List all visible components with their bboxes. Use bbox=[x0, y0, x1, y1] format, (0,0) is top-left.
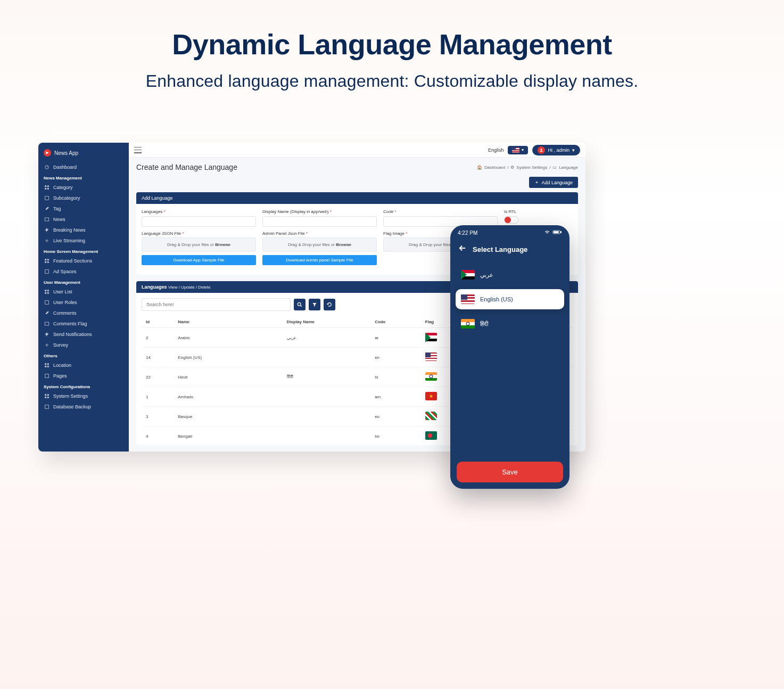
sidebar-section-label: News Management bbox=[38, 173, 129, 182]
sidebar-icon bbox=[44, 227, 50, 233]
refresh-button[interactable] bbox=[324, 299, 335, 310]
admin-json-dropzone[interactable]: Drag & Drop your files or Browse bbox=[262, 237, 377, 252]
home-icon: 🏠 bbox=[477, 165, 482, 170]
sidebar-item-send-notifications[interactable]: Send Notifications bbox=[38, 329, 129, 340]
column-header[interactable]: Name bbox=[174, 316, 282, 328]
language-option[interactable]: English (US) bbox=[456, 289, 564, 309]
us-flag-icon bbox=[512, 147, 519, 153]
mobile-header-title: Select Language bbox=[473, 245, 527, 253]
search-button[interactable] bbox=[294, 299, 306, 310]
sidebar-item-category[interactable]: Category bbox=[38, 182, 129, 193]
user-avatar-icon bbox=[538, 146, 545, 154]
svg-rect-34 bbox=[554, 232, 558, 233]
svg-rect-29 bbox=[45, 405, 49, 409]
status-time: 4:22 PM bbox=[458, 230, 477, 236]
column-header[interactable]: Display Name bbox=[283, 316, 371, 328]
svg-rect-28 bbox=[47, 397, 49, 398]
sidebar-item-subcategory[interactable]: Subcategory bbox=[38, 193, 129, 203]
flag-icon bbox=[461, 294, 475, 304]
svg-rect-9 bbox=[47, 259, 49, 260]
language-switcher[interactable]: ▾ bbox=[508, 146, 528, 154]
sidebar-item-pages[interactable]: Pages bbox=[38, 371, 129, 381]
mobile-save-button[interactable]: Save bbox=[457, 462, 563, 482]
svg-rect-1 bbox=[45, 185, 46, 187]
sidebar-item-breaking-news[interactable]: Breaking News bbox=[38, 225, 129, 235]
sidebar-section-label: System Configurations bbox=[38, 381, 129, 391]
brand-name: News App bbox=[54, 150, 78, 156]
sidebar-icon bbox=[44, 195, 50, 201]
sidebar-item-system-settings[interactable]: System Settings bbox=[38, 391, 129, 401]
download-app-sample-button[interactable]: Download App Sample File bbox=[142, 255, 256, 265]
svg-rect-26 bbox=[47, 394, 49, 396]
app-logo[interactable]: News App bbox=[38, 147, 129, 162]
download-admin-sample-button[interactable]: Download Admin panel Sample File bbox=[262, 255, 377, 265]
sidebar-item-ad-spaces[interactable]: Ad Spaces bbox=[38, 266, 129, 277]
svg-rect-14 bbox=[47, 290, 49, 291]
svg-rect-13 bbox=[45, 290, 46, 291]
sidebar-item-user-roles[interactable]: User Roles bbox=[38, 297, 129, 308]
flag-icon bbox=[425, 412, 437, 420]
flag-icon bbox=[461, 319, 475, 329]
topbar: English ▾ Hi , admin ▾ bbox=[129, 143, 585, 158]
sidebar-icon bbox=[44, 206, 50, 211]
sidebar-item-comments[interactable]: Comments bbox=[38, 308, 129, 318]
sidebar-icon bbox=[44, 310, 50, 316]
add-language-header: Add Language bbox=[136, 192, 578, 204]
languages-input[interactable] bbox=[142, 216, 256, 227]
languages-label: Languages * bbox=[142, 209, 256, 214]
is-rtl-toggle[interactable] bbox=[504, 216, 519, 224]
svg-rect-15 bbox=[45, 292, 46, 294]
sidebar-item-database-backup[interactable]: Database Backup bbox=[38, 401, 129, 412]
mobile-preview: 4:22 PM Select Language عربيEnglish (US)… bbox=[450, 225, 570, 489]
svg-rect-11 bbox=[47, 261, 49, 263]
svg-rect-8 bbox=[45, 259, 46, 260]
sidebar-icon bbox=[44, 393, 50, 399]
svg-point-7 bbox=[46, 240, 48, 242]
sidebar-item-live-streaming[interactable]: Live Streaming bbox=[38, 235, 129, 246]
sidebar-icon bbox=[44, 185, 50, 190]
topbar-language-label: English bbox=[488, 147, 504, 153]
sidebar-icon bbox=[44, 342, 50, 348]
sidebar-item-featured-sections[interactable]: Featured Sections bbox=[38, 256, 129, 266]
search-input[interactable] bbox=[142, 298, 291, 311]
code-label: Code * bbox=[383, 209, 498, 214]
flag-icon bbox=[425, 352, 437, 361]
svg-rect-27 bbox=[45, 397, 46, 398]
sidebar-icon bbox=[44, 217, 50, 222]
column-header[interactable]: Id bbox=[142, 316, 174, 328]
sidebar-icon bbox=[44, 258, 50, 264]
svg-rect-10 bbox=[45, 261, 46, 263]
dashboard-icon bbox=[44, 165, 50, 170]
sidebar-item-location[interactable]: Location bbox=[38, 360, 129, 371]
svg-rect-2 bbox=[47, 185, 49, 187]
page-header: Create and Manage Language 🏠 Dashboard /… bbox=[129, 158, 585, 177]
mobile-status-bar: 4:22 PM bbox=[450, 225, 570, 238]
sidebar-item-tag[interactable]: Tag bbox=[38, 203, 129, 214]
user-menu[interactable]: Hi , admin ▾ bbox=[532, 145, 580, 155]
svg-rect-12 bbox=[45, 270, 49, 274]
sidebar-icon bbox=[44, 300, 50, 305]
svg-rect-6 bbox=[45, 218, 49, 221]
back-arrow-icon[interactable] bbox=[458, 243, 467, 255]
add-language-button[interactable]: ＋ Add Language bbox=[529, 177, 578, 188]
sidebar-section-label: Home Screen Management bbox=[38, 246, 129, 256]
column-header[interactable]: Code bbox=[370, 316, 421, 328]
sidebar-item-comments-flag[interactable]: Comments Flag bbox=[38, 318, 129, 329]
svg-rect-18 bbox=[45, 322, 49, 325]
sidebar-item-news[interactable]: News bbox=[38, 214, 129, 225]
chevron-down-icon: ▾ bbox=[572, 147, 575, 153]
json-file-dropzone[interactable]: Drag & Drop your files or Browse bbox=[142, 237, 256, 252]
display-name-input[interactable] bbox=[262, 216, 377, 227]
svg-point-30 bbox=[541, 149, 542, 150]
chevron-down-icon: ▾ bbox=[522, 147, 524, 152]
svg-rect-17 bbox=[45, 301, 49, 305]
filter-button[interactable] bbox=[309, 299, 320, 310]
language-option[interactable]: हिंदी bbox=[456, 314, 564, 334]
sidebar-item-dashboard[interactable]: Dashboard bbox=[38, 162, 129, 173]
plus-icon: ＋ bbox=[534, 179, 539, 186]
sidebar-item-user-list[interactable]: User List bbox=[38, 286, 129, 297]
language-option[interactable]: عربي bbox=[456, 265, 564, 285]
sidebar-item-survey[interactable]: Survey bbox=[38, 340, 129, 350]
menu-toggle-icon[interactable] bbox=[134, 147, 142, 153]
sidebar-icon bbox=[44, 321, 50, 326]
